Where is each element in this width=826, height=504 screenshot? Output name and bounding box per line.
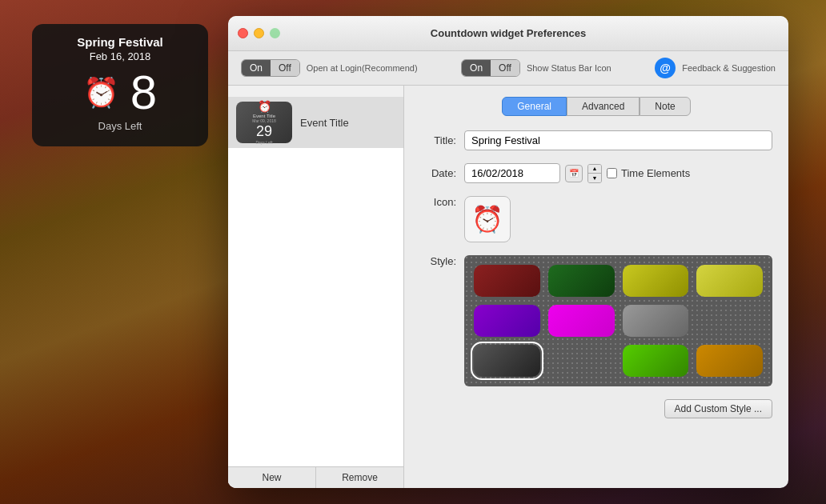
style-grid	[464, 255, 772, 386]
tab-note[interactable]: Note	[640, 97, 690, 116]
icon-preview[interactable]: ⏰	[464, 196, 511, 242]
stepper-up[interactable]: ▲	[588, 165, 601, 174]
toolbar-center: On Off Show Status Bar Icon	[461, 59, 611, 77]
mini-clock-icon: ⏰	[258, 100, 271, 113]
main-content: ⏰ Event Title Mar 09, 2018 29 Days Left …	[228, 86, 788, 488]
style-row: Style:	[420, 255, 772, 418]
toolbar-right: @ Feedback & Suggestion	[655, 58, 776, 78]
status-toggle-on[interactable]: On	[462, 60, 491, 76]
style-label: Style:	[420, 255, 464, 267]
countdown-widget: Spring Festival Feb 16, 2018 ⏰ 8 Days Le…	[32, 24, 208, 146]
style-grid-container: Add Custom Style ...	[464, 255, 772, 418]
date-stepper: ▲ ▼	[587, 164, 602, 183]
feedback-label: Feedback & Suggestion	[682, 63, 776, 73]
title-input[interactable]	[464, 130, 772, 150]
style-swatch-7[interactable]	[623, 305, 689, 337]
style-swatch-5[interactable]	[474, 305, 540, 337]
title-bar: Countdown widget Preferences	[228, 16, 788, 51]
style-swatch-empty2	[548, 345, 615, 377]
title-label: Title:	[420, 134, 464, 146]
event-list-footer: New Remove	[228, 466, 403, 488]
new-button[interactable]: New	[228, 467, 316, 488]
style-swatch-3[interactable]	[623, 265, 689, 297]
status-toggle-group: On Off	[461, 59, 520, 77]
traffic-lights	[238, 28, 280, 38]
toolbar: On Off Open at Login(Recommend) On Off S…	[228, 51, 788, 86]
icon-row: Icon: ⏰	[420, 196, 772, 242]
close-button[interactable]	[238, 28, 248, 38]
date-row-inputs: 📅 ▲ ▼ Time Elements	[464, 163, 690, 183]
date-label: Date:	[420, 167, 464, 179]
style-swatch-8[interactable]	[474, 345, 540, 377]
widget-days-label: Days Left	[46, 120, 194, 132]
mini-widget-days: Days Left	[255, 140, 272, 145]
status-toggle-off[interactable]: Off	[491, 60, 519, 76]
tab-general[interactable]: General	[502, 97, 567, 116]
style-swatch-2[interactable]	[548, 265, 615, 297]
stepper-down[interactable]: ▼	[588, 174, 601, 182]
date-input[interactable]	[464, 163, 560, 183]
list-item[interactable]: ⏰ Event Title Mar 09, 2018 29 Days Left …	[228, 97, 403, 148]
maximize-button[interactable]	[270, 28, 280, 38]
title-row: Title:	[420, 130, 772, 150]
preferences-window: Countdown widget Preferences On Off Open…	[228, 16, 788, 488]
time-elements-label: Time Elements	[621, 167, 690, 179]
left-panel: ⏰ Event Title Mar 09, 2018 29 Days Left …	[228, 86, 404, 488]
tab-bar: General Advanced Note	[420, 97, 772, 116]
window-title: Countdown widget Preferences	[431, 27, 586, 39]
add-custom-style-button[interactable]: Add Custom Style ...	[664, 399, 772, 418]
login-toggle-on[interactable]: On	[242, 60, 271, 76]
toolbar-left: On Off Open at Login(Recommend)	[241, 59, 418, 77]
style-swatch-9[interactable]	[623, 345, 689, 377]
event-list-header	[228, 86, 403, 97]
calendar-icon[interactable]: 📅	[565, 165, 583, 182]
event-item-label: Event Title	[300, 117, 349, 129]
login-toggle-off[interactable]: Off	[271, 60, 299, 76]
mini-widget-number: 29	[256, 123, 272, 140]
style-swatch-4[interactable]	[696, 265, 763, 297]
style-swatch-empty	[696, 305, 763, 337]
style-swatch-1[interactable]	[474, 265, 540, 297]
icon-label: Icon:	[420, 196, 464, 208]
style-swatch-10[interactable]	[696, 345, 763, 377]
event-list-body	[228, 148, 403, 466]
login-toggle-group: On Off	[241, 59, 300, 77]
time-elements-row: Time Elements	[607, 167, 690, 179]
style-swatch-6[interactable]	[548, 305, 615, 337]
mini-widget: ⏰ Event Title Mar 09, 2018 29 Days Left	[236, 102, 292, 143]
right-panel: General Advanced Note Title: Date: 📅 ▲ ▼	[404, 86, 788, 488]
widget-title: Spring Festival	[46, 35, 194, 49]
widget-days-number: 8	[130, 69, 157, 117]
widget-clock-icon: ⏰	[83, 78, 119, 107]
remove-button[interactable]: Remove	[316, 467, 403, 488]
time-elements-checkbox[interactable]	[607, 168, 617, 178]
widget-date: Feb 16, 2018	[46, 50, 194, 62]
login-label: Open at Login(Recommend)	[307, 63, 418, 73]
feedback-button[interactable]: @	[655, 58, 676, 78]
minimize-button[interactable]	[254, 28, 264, 38]
tab-advanced[interactable]: Advanced	[567, 97, 640, 116]
date-row: Date: 📅 ▲ ▼ Time Elements	[420, 163, 772, 183]
status-label: Show Status Bar Icon	[527, 63, 611, 73]
